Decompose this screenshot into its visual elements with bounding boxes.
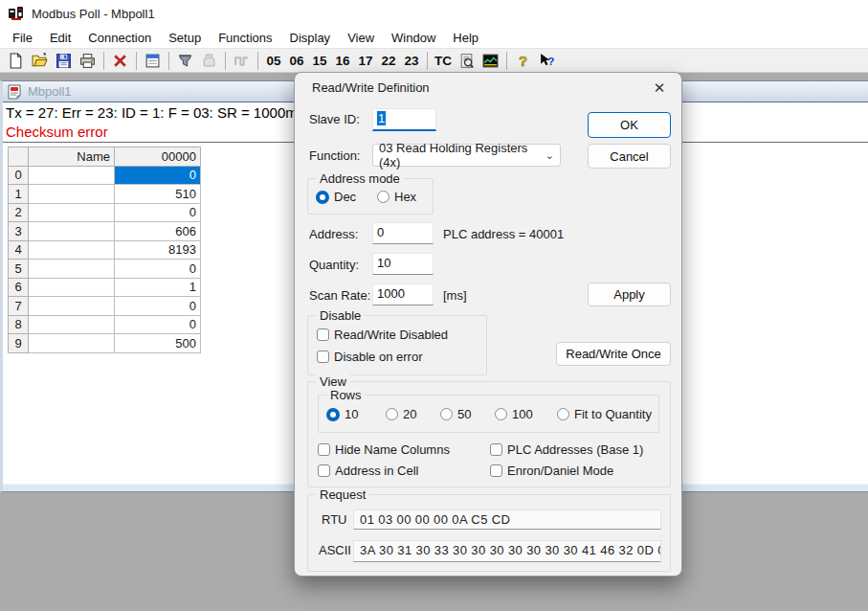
name-cell[interactable] bbox=[29, 166, 115, 185]
value-cell[interactable]: 0 bbox=[115, 166, 201, 185]
name-cell[interactable] bbox=[29, 185, 115, 204]
radio-rows-10[interactable]: 10 bbox=[326, 407, 358, 421]
ok-button[interactable]: OK bbox=[588, 112, 671, 138]
poll-definition-icon[interactable] bbox=[173, 50, 197, 71]
name-cell[interactable] bbox=[29, 260, 115, 279]
register-table: Name00000 00151020360648193506170809500 bbox=[8, 147, 201, 353]
radio-rows-50[interactable]: 50 bbox=[440, 407, 471, 421]
traffic-monitor-icon[interactable] bbox=[479, 50, 502, 71]
checkbox-plc-addresses-base-1-[interactable]: PLC Addresses (Base 1) bbox=[490, 442, 643, 457]
row-index-cell[interactable]: 7 bbox=[9, 297, 29, 316]
menu-functions[interactable]: Functions bbox=[210, 29, 280, 47]
display-window-icon[interactable] bbox=[141, 50, 165, 71]
row-index-cell[interactable]: 6 bbox=[9, 278, 29, 297]
table-row: 70 bbox=[9, 297, 201, 316]
address-label: Address: bbox=[309, 227, 358, 241]
device-disabled-icon[interactable] bbox=[197, 50, 221, 71]
help-icon[interactable]: ? bbox=[511, 50, 535, 71]
value-cell[interactable]: 0 bbox=[115, 203, 201, 222]
radio-rows-20[interactable]: 20 bbox=[386, 407, 416, 421]
quantity-label: Quantity: bbox=[309, 258, 359, 272]
scan-rate-label: Scan Rate: bbox=[309, 288, 370, 303]
checkbox-address-in-cell[interactable]: Address in Cell bbox=[318, 464, 418, 478]
radio-address-mode-hex[interactable]: Hex bbox=[377, 190, 416, 204]
menu-file[interactable]: File bbox=[4, 29, 41, 47]
checkbox-read-write-disabled[interactable]: Read/Write Disabled bbox=[317, 328, 448, 342]
checkbox-label: Address in Cell bbox=[335, 464, 418, 478]
communication-log-icon[interactable] bbox=[455, 50, 479, 71]
value-cell[interactable]: 8193 bbox=[115, 240, 201, 260]
menu-edit[interactable]: Edit bbox=[41, 29, 79, 47]
read-write-once-button[interactable]: Read/Write Once bbox=[556, 342, 671, 366]
menu-display[interactable]: Display bbox=[281, 29, 340, 47]
radio-rows-label: 100 bbox=[512, 407, 533, 421]
new-file-icon[interactable] bbox=[4, 50, 28, 71]
save-icon[interactable] bbox=[52, 50, 76, 71]
name-cell[interactable] bbox=[29, 278, 115, 297]
name-cell[interactable] bbox=[29, 334, 115, 353]
value-cell[interactable]: 510 bbox=[115, 185, 201, 204]
row-index-cell[interactable]: 8 bbox=[9, 315, 29, 334]
menu-help[interactable]: Help bbox=[444, 29, 487, 47]
toolbar-button-17[interactable]: 17 bbox=[354, 50, 377, 71]
row-index-cell[interactable]: 2 bbox=[9, 203, 29, 222]
value-cell[interactable]: 500 bbox=[115, 334, 201, 353]
apply-button[interactable]: Apply bbox=[588, 283, 671, 306]
function-dropdown[interactable]: 03 Read Holding Registers (4x) ⌄ bbox=[372, 144, 561, 167]
radio-address-mode-dec[interactable]: Dec bbox=[316, 190, 356, 204]
checkbox-disable-on-error[interactable]: Disable on error bbox=[317, 350, 423, 364]
open-folder-icon[interactable] bbox=[28, 50, 52, 71]
menu-bar: FileEditConnectionSetupFunctionsDisplayV… bbox=[0, 27, 868, 48]
address-input[interactable]: 0 bbox=[372, 222, 434, 244]
toolbar-button-16[interactable]: 16 bbox=[331, 50, 354, 71]
radio-rows-fit-to-quantity[interactable]: Fit to Quantity bbox=[557, 407, 652, 421]
name-cell[interactable] bbox=[29, 222, 115, 241]
cancel-x-icon[interactable] bbox=[108, 50, 132, 71]
scan-rate-input[interactable]: 1000 bbox=[372, 283, 434, 306]
toolbar-button-tc[interactable]: TC bbox=[432, 50, 455, 71]
table-row: 00 bbox=[9, 166, 201, 185]
context-help-icon[interactable]: ? bbox=[535, 50, 559, 71]
toolbar-button-06[interactable]: 06 bbox=[285, 50, 308, 71]
row-index-cell[interactable]: 1 bbox=[9, 185, 29, 204]
cancel-button[interactable]: Cancel bbox=[588, 144, 671, 169]
slave-id-input[interactable]: 1 bbox=[372, 108, 436, 131]
name-column-header[interactable]: Name bbox=[29, 147, 115, 167]
row-index-cell[interactable]: 9 bbox=[9, 334, 29, 353]
row-index-cell[interactable]: 4 bbox=[9, 240, 29, 260]
quantity-input[interactable]: 10 bbox=[372, 253, 434, 275]
value-cell[interactable]: 0 bbox=[115, 260, 201, 279]
toolbar-button-05[interactable]: 05 bbox=[262, 50, 285, 71]
radio-rows-100[interactable]: 100 bbox=[495, 407, 533, 421]
name-cell[interactable] bbox=[29, 240, 115, 260]
value-cell[interactable]: 0 bbox=[115, 315, 201, 334]
checkbox-enron-daniel-mode[interactable]: Enron/Daniel Mode bbox=[490, 464, 613, 478]
value-column-header[interactable]: 00000 bbox=[115, 147, 201, 167]
register-table-body: 00151020360648193506170809500 bbox=[9, 166, 201, 352]
toolbar-button-15[interactable]: 15 bbox=[308, 50, 331, 71]
row-index-cell[interactable]: 3 bbox=[9, 222, 29, 241]
rtu-request-field: 01 03 00 00 00 0A C5 CD bbox=[353, 509, 661, 530]
name-cell[interactable] bbox=[29, 315, 115, 334]
name-cell[interactable] bbox=[29, 203, 115, 222]
toolbar-button-23[interactable]: 23 bbox=[400, 50, 423, 71]
menu-view[interactable]: View bbox=[339, 29, 383, 47]
name-cell[interactable] bbox=[29, 297, 115, 316]
pulse-disabled-icon[interactable] bbox=[230, 50, 254, 71]
checkbox-hide-name-columns[interactable]: Hide Name Columns bbox=[318, 442, 450, 457]
row-index-cell[interactable]: 5 bbox=[9, 260, 29, 279]
toolbar-button-22[interactable]: 22 bbox=[377, 50, 400, 71]
menu-connection[interactable]: Connection bbox=[79, 29, 160, 47]
close-icon[interactable]: ✕ bbox=[647, 77, 672, 100]
menu-setup[interactable]: Setup bbox=[160, 29, 210, 47]
document-icon bbox=[7, 84, 22, 100]
table-row: 61 bbox=[9, 278, 201, 297]
value-cell[interactable]: 0 bbox=[115, 297, 201, 316]
radio-icon bbox=[440, 408, 453, 420]
menu-window[interactable]: Window bbox=[383, 29, 444, 47]
checkbox-label: Enron/Daniel Mode bbox=[507, 464, 613, 478]
value-cell[interactable]: 1 bbox=[115, 278, 201, 297]
value-cell[interactable]: 606 bbox=[115, 222, 201, 241]
row-index-cell[interactable]: 0 bbox=[9, 166, 29, 185]
print-icon[interactable] bbox=[76, 50, 100, 71]
